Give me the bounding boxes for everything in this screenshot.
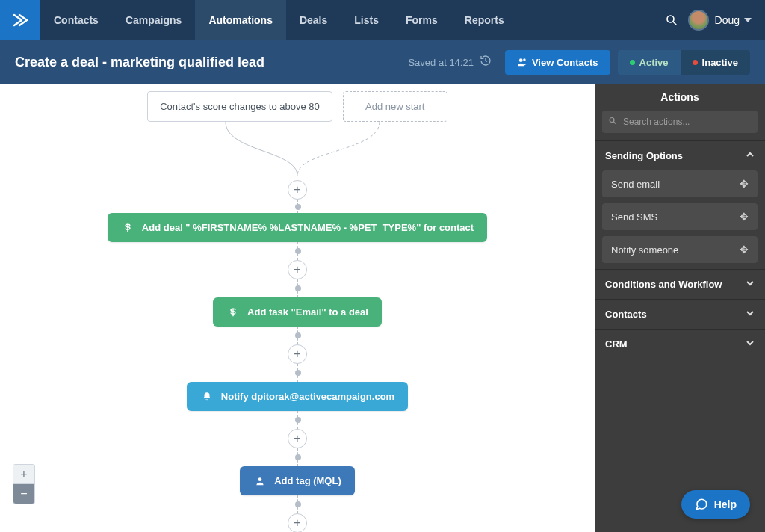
svg-line-7 (614, 122, 616, 124)
action-label: Send email (611, 179, 660, 190)
nav-lists[interactable]: Lists (341, 0, 392, 40)
nav-deals[interactable]: Deals (286, 0, 341, 40)
flow: Contact's score changes to above 80 Add … (0, 84, 595, 532)
step-add-tag[interactable]: Add tag (MQL) (240, 466, 355, 495)
action-send-email[interactable]: Send email ✥ (602, 170, 758, 197)
group-header-conditions[interactable]: Conditions and Workflow (595, 270, 765, 299)
view-contacts-button[interactable]: View Contacts (505, 50, 610, 75)
sidebar-group-sending: Sending Options Send email ✥ Send SMS ✥ … (595, 140, 765, 269)
dollar-icon (121, 223, 134, 233)
avatar[interactable] (688, 10, 709, 31)
active-label: Active (639, 57, 669, 68)
group-header-sending[interactable]: Sending Options (595, 141, 765, 170)
step-add-deal[interactable]: Add deal " %FIRSTNAME% %LASTNAME% - %PET… (108, 213, 487, 242)
drag-handle-icon[interactable]: ✥ (740, 244, 749, 256)
svg-marker-2 (744, 18, 752, 22)
top-nav: Contacts Campaigns Automations Deals Lis… (0, 0, 765, 40)
saved-status: Saved at 14:21 (408, 57, 473, 68)
svg-point-5 (258, 477, 262, 481)
nav-contacts[interactable]: Contacts (40, 0, 112, 40)
step-label: Add tag (MQL) (274, 475, 341, 486)
add-step-button[interactable]: + (288, 344, 307, 364)
nav-campaigns[interactable]: Campaigns (112, 0, 195, 40)
nav-reports[interactable]: Reports (451, 0, 518, 40)
group-label: CRM (605, 338, 628, 350)
active-dot-icon (630, 60, 635, 65)
sidebar-group-crm: CRM (595, 329, 765, 359)
group-items: Send email ✥ Send SMS ✥ Notify someone ✥ (595, 170, 765, 269)
sub-header: Create a deal - marketing qualified lead… (0, 40, 765, 84)
history-icon[interactable] (480, 55, 492, 69)
step-label: Add deal " %FIRSTNAME% %LASTNAME% - %PET… (142, 222, 474, 233)
sidebar-group-conditions: Conditions and Workflow (595, 269, 765, 299)
step-add-task[interactable]: Add task "Email" to a deal (213, 297, 382, 327)
add-step-button[interactable]: + (288, 513, 307, 532)
sidebar-group-contacts: Contacts (595, 299, 765, 329)
zoom-out-button[interactable]: − (13, 484, 34, 504)
nav-forms[interactable]: Forms (392, 0, 451, 40)
svg-point-0 (667, 16, 674, 22)
svg-point-6 (610, 118, 614, 123)
group-header-contacts[interactable]: Contacts (595, 300, 765, 329)
group-header-crm[interactable]: CRM (595, 330, 765, 359)
status-active-button[interactable]: Active (618, 50, 681, 75)
sidebar-search (602, 111, 758, 133)
view-contacts-label: View Contacts (532, 57, 598, 68)
branch-connector (155, 122, 439, 180)
nav-items: Contacts Campaigns Automations Deals Lis… (40, 0, 518, 40)
step-label: Add task "Email" to a deal (247, 306, 368, 318)
group-label: Conditions and Workflow (605, 279, 722, 290)
logo-icon (11, 11, 29, 29)
add-step-button[interactable]: + (288, 429, 307, 448)
chat-icon (695, 498, 708, 511)
step-notify[interactable]: Notify dpitorak@activecampaign.com (187, 382, 408, 411)
action-send-sms[interactable]: Send SMS ✥ (602, 203, 758, 230)
inactive-label: Inactive (702, 57, 738, 68)
triggers-row: Contact's score changes to above 80 Add … (147, 91, 447, 122)
app-logo[interactable] (0, 0, 40, 40)
user-menu-caret-icon[interactable] (744, 16, 752, 24)
user-icon (253, 476, 267, 486)
group-label: Sending Options (605, 150, 683, 161)
main: Contact's score changes to above 80 Add … (0, 84, 765, 532)
chevron-down-icon (746, 338, 755, 350)
help-button[interactable]: Help (681, 490, 750, 519)
drag-handle-icon[interactable]: ✥ (740, 178, 749, 190)
action-label: Notify someone (611, 244, 678, 256)
search-icon[interactable] (655, 13, 688, 27)
dollar-icon (226, 307, 240, 318)
svg-point-3 (519, 58, 523, 62)
status-inactive-button[interactable]: Inactive (681, 50, 750, 75)
page-title: Create a deal - marketing qualified lead (15, 55, 408, 70)
automation-canvas[interactable]: Contact's score changes to above 80 Add … (0, 84, 595, 532)
svg-line-1 (673, 22, 676, 25)
nav-automations[interactable]: Automations (195, 0, 286, 40)
drag-handle-icon[interactable]: ✥ (740, 211, 749, 223)
actions-sidebar: Actions Sending Options Send email ✥ Sen… (595, 84, 765, 532)
add-step-button[interactable]: + (288, 260, 307, 279)
inactive-dot-icon (693, 60, 698, 65)
chevron-up-icon (746, 150, 755, 161)
search-icon (608, 117, 617, 128)
contacts-icon (517, 57, 527, 67)
action-notify-someone[interactable]: Notify someone ✥ (602, 236, 758, 263)
sidebar-title: Actions (595, 84, 765, 111)
step-label: Notify dpitorak@activecampaign.com (221, 391, 394, 402)
add-step-button[interactable]: + (288, 180, 307, 200)
group-label: Contacts (605, 309, 647, 320)
zoom-in-button[interactable]: + (13, 465, 34, 484)
trigger-node[interactable]: Contact's score changes to above 80 (147, 91, 332, 122)
chevron-down-icon (746, 279, 755, 290)
help-label: Help (714, 498, 737, 510)
chevron-down-icon (746, 309, 755, 320)
svg-point-4 (523, 58, 526, 61)
zoom-controls: + − (13, 465, 34, 504)
action-label: Send SMS (611, 211, 657, 223)
add-trigger-button[interactable]: Add new start (343, 91, 447, 122)
bell-icon (200, 392, 214, 402)
search-input[interactable] (602, 111, 758, 133)
user-name[interactable]: Doug (715, 14, 740, 26)
